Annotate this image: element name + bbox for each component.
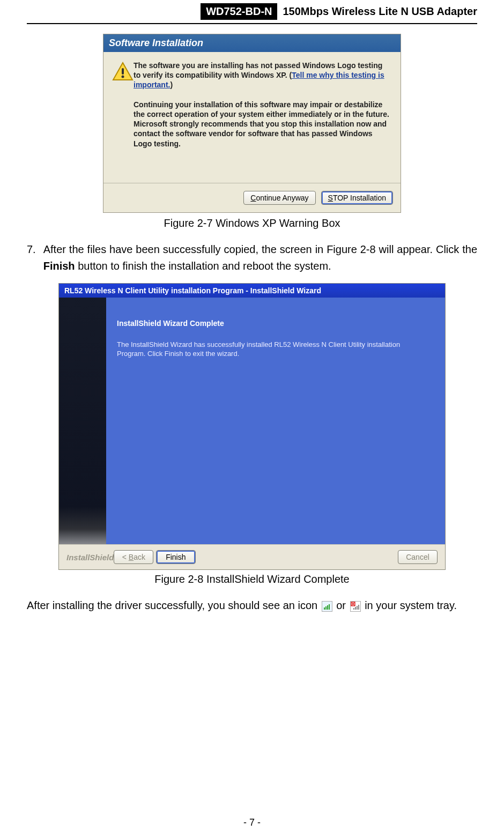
step-number: 7. bbox=[27, 241, 36, 275]
installer-title: RL52 Wireless N Client Utility installat… bbox=[59, 284, 445, 298]
svg-rect-1 bbox=[122, 68, 124, 75]
closing-sentence: After installing the driver successfully… bbox=[27, 597, 477, 614]
installer-side-banner bbox=[59, 298, 106, 544]
dialog-strong-warning: Continuing your installation of this sof… bbox=[134, 100, 389, 148]
svg-rect-15 bbox=[358, 605, 359, 610]
svg-rect-13 bbox=[355, 607, 356, 610]
figure-2-7-caption: Figure 2-7 Windows XP Warning Box bbox=[27, 217, 477, 229]
svg-rect-4 bbox=[324, 607, 325, 610]
screenshot-windows-warning: Software Installation The software you a… bbox=[103, 34, 401, 213]
warning-icon bbox=[112, 61, 134, 177]
product-model: WD752-BD-N bbox=[201, 3, 277, 20]
svg-point-2 bbox=[122, 76, 124, 78]
tray-disconnected-icon bbox=[350, 601, 361, 612]
svg-rect-14 bbox=[357, 606, 358, 610]
screenshot-installshield-complete: RL52 Wireless N Client Utility installat… bbox=[58, 283, 446, 570]
finish-label-ref: Finish bbox=[43, 260, 75, 272]
finish-button[interactable]: Finish bbox=[156, 550, 196, 564]
installer-body: The InstallShield Wizard has successfull… bbox=[117, 340, 430, 359]
dialog-body-text: The software you are installing has not … bbox=[134, 61, 390, 177]
installer-heading: InstallShield Wizard Complete bbox=[117, 319, 430, 328]
installshield-brand: InstallShield bbox=[66, 553, 114, 562]
tray-signal-icon bbox=[322, 601, 332, 612]
svg-rect-6 bbox=[327, 605, 328, 610]
svg-rect-7 bbox=[329, 604, 330, 610]
svg-rect-12 bbox=[353, 608, 354, 610]
page-number: - 7 - bbox=[0, 817, 504, 828]
product-title: 150Mbps Wireless Lite N USB Adapter bbox=[283, 5, 477, 18]
cancel-button[interactable]: Cancel bbox=[398, 550, 438, 564]
stop-installation-button[interactable]: STOP Installation bbox=[321, 191, 393, 205]
svg-rect-5 bbox=[325, 606, 327, 610]
figure-2-8-caption: Figure 2-8 InstallShield Wizard Complete bbox=[27, 573, 477, 585]
step-7: 7. After the files have been successfull… bbox=[27, 241, 477, 275]
continue-anyway-button[interactable]: Continue Anyway bbox=[243, 191, 315, 205]
page-header: WD752-BD-N 150Mbps Wireless Lite N USB A… bbox=[27, 0, 477, 24]
dialog-title: Software Installation bbox=[103, 34, 401, 52]
back-button[interactable]: < Back bbox=[114, 550, 153, 564]
